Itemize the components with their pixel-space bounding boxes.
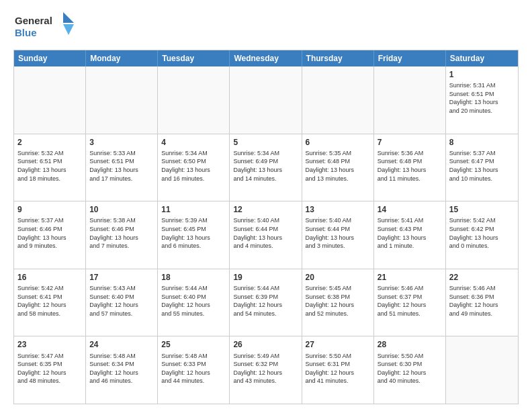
calendar-cell: 23Sunrise: 5:47 AM Sunset: 6:35 PM Dayli… <box>14 336 86 404</box>
day-info: Sunrise: 5:37 AM Sunset: 6:46 PM Dayligh… <box>17 216 82 250</box>
day-number: 1 <box>449 69 515 80</box>
calendar: SundayMondayTuesdayWednesdayThursdayFrid… <box>13 50 519 404</box>
calendar-cell: 9Sunrise: 5:37 AM Sunset: 6:46 PM Daylig… <box>14 201 86 269</box>
calendar-cell: 2Sunrise: 5:32 AM Sunset: 6:51 PM Daylig… <box>14 134 86 201</box>
calendar-cell: 17Sunrise: 5:43 AM Sunset: 6:40 PM Dayli… <box>86 269 158 336</box>
page: General Blue SundayMondayTuesdayWednesda… <box>0 0 532 411</box>
day-number: 26 <box>233 339 298 350</box>
day-info: Sunrise: 5:46 AM Sunset: 6:37 PM Dayligh… <box>378 284 442 318</box>
day-info: Sunrise: 5:41 AM Sunset: 6:43 PM Dayligh… <box>378 216 442 250</box>
day-info: Sunrise: 5:44 AM Sunset: 6:39 PM Dayligh… <box>233 284 298 318</box>
weekday-header-saturday: Saturday <box>446 50 518 66</box>
calendar-cell <box>14 66 86 134</box>
day-number: 21 <box>378 272 442 283</box>
day-number: 14 <box>378 204 442 215</box>
calendar-cell <box>302 66 374 134</box>
calendar-row-4: 23Sunrise: 5:47 AM Sunset: 6:35 PM Dayli… <box>14 336 518 404</box>
weekday-header-monday: Monday <box>86 50 158 66</box>
day-info: Sunrise: 5:46 AM Sunset: 6:36 PM Dayligh… <box>449 284 515 318</box>
day-info: Sunrise: 5:49 AM Sunset: 6:32 PM Dayligh… <box>233 352 298 385</box>
calendar-row-0: 1Sunrise: 5:31 AM Sunset: 6:51 PM Daylig… <box>14 66 518 134</box>
calendar-cell: 25Sunrise: 5:48 AM Sunset: 6:33 PM Dayli… <box>158 336 230 404</box>
day-number: 18 <box>161 272 226 283</box>
calendar-cell: 4Sunrise: 5:34 AM Sunset: 6:50 PM Daylig… <box>158 134 230 201</box>
calendar-cell: 6Sunrise: 5:35 AM Sunset: 6:48 PM Daylig… <box>302 134 374 201</box>
svg-text:General: General <box>15 15 52 26</box>
calendar-cell: 22Sunrise: 5:46 AM Sunset: 6:36 PM Dayli… <box>446 269 518 336</box>
svg-marker-2 <box>63 12 74 23</box>
calendar-cell: 20Sunrise: 5:45 AM Sunset: 6:38 PM Dayli… <box>302 269 374 336</box>
calendar-cell: 18Sunrise: 5:44 AM Sunset: 6:40 PM Dayli… <box>158 269 230 336</box>
calendar-cell: 14Sunrise: 5:41 AM Sunset: 6:43 PM Dayli… <box>374 201 446 269</box>
day-number: 28 <box>378 339 442 350</box>
svg-text:Blue: Blue <box>15 27 37 38</box>
calendar-cell: 28Sunrise: 5:50 AM Sunset: 6:30 PM Dayli… <box>374 336 446 404</box>
day-info: Sunrise: 5:42 AM Sunset: 6:42 PM Dayligh… <box>449 216 515 250</box>
svg-marker-3 <box>63 24 74 35</box>
day-info: Sunrise: 5:48 AM Sunset: 6:33 PM Dayligh… <box>161 352 226 385</box>
weekday-header-tuesday: Tuesday <box>158 50 230 66</box>
day-info: Sunrise: 5:33 AM Sunset: 6:51 PM Dayligh… <box>89 149 154 183</box>
calendar-cell: 8Sunrise: 5:37 AM Sunset: 6:47 PM Daylig… <box>446 134 518 201</box>
weekday-header-wednesday: Wednesday <box>230 50 302 66</box>
day-info: Sunrise: 5:43 AM Sunset: 6:40 PM Dayligh… <box>89 284 154 318</box>
day-info: Sunrise: 5:38 AM Sunset: 6:46 PM Dayligh… <box>89 216 154 250</box>
day-number: 5 <box>233 137 298 148</box>
calendar-cell: 11Sunrise: 5:39 AM Sunset: 6:45 PM Dayli… <box>158 201 230 269</box>
day-info: Sunrise: 5:45 AM Sunset: 6:38 PM Dayligh… <box>306 284 370 318</box>
logo-icon: General Blue <box>13 11 81 40</box>
calendar-header: SundayMondayTuesdayWednesdayThursdayFrid… <box>14 50 518 66</box>
day-number: 8 <box>449 137 515 148</box>
day-info: Sunrise: 5:50 AM Sunset: 6:30 PM Dayligh… <box>378 352 442 385</box>
calendar-row-2: 9Sunrise: 5:37 AM Sunset: 6:46 PM Daylig… <box>14 201 518 269</box>
day-number: 23 <box>17 339 82 350</box>
calendar-cell: 3Sunrise: 5:33 AM Sunset: 6:51 PM Daylig… <box>86 134 158 201</box>
calendar-body: 1Sunrise: 5:31 AM Sunset: 6:51 PM Daylig… <box>14 66 518 404</box>
day-number: 11 <box>161 204 226 215</box>
header: General Blue <box>13 11 519 43</box>
calendar-cell: 21Sunrise: 5:46 AM Sunset: 6:37 PM Dayli… <box>374 269 446 336</box>
day-number: 24 <box>89 339 154 350</box>
day-info: Sunrise: 5:50 AM Sunset: 6:31 PM Dayligh… <box>306 352 370 385</box>
day-number: 12 <box>233 204 298 215</box>
day-info: Sunrise: 5:37 AM Sunset: 6:47 PM Dayligh… <box>449 149 515 183</box>
calendar-cell: 7Sunrise: 5:36 AM Sunset: 6:48 PM Daylig… <box>374 134 446 201</box>
day-number: 15 <box>449 204 515 215</box>
day-info: Sunrise: 5:39 AM Sunset: 6:45 PM Dayligh… <box>161 216 226 250</box>
calendar-cell: 12Sunrise: 5:40 AM Sunset: 6:44 PM Dayli… <box>230 201 302 269</box>
day-number: 6 <box>306 137 370 148</box>
calendar-cell <box>374 66 446 134</box>
day-info: Sunrise: 5:42 AM Sunset: 6:41 PM Dayligh… <box>17 284 82 318</box>
day-number: 2 <box>17 137 82 148</box>
day-info: Sunrise: 5:34 AM Sunset: 6:49 PM Dayligh… <box>233 149 298 183</box>
calendar-cell: 27Sunrise: 5:50 AM Sunset: 6:31 PM Dayli… <box>302 336 374 404</box>
calendar-cell: 13Sunrise: 5:40 AM Sunset: 6:44 PM Dayli… <box>302 201 374 269</box>
weekday-header-sunday: Sunday <box>14 50 86 66</box>
day-number: 3 <box>89 137 154 148</box>
logo: General Blue <box>13 11 81 43</box>
day-number: 9 <box>17 204 82 215</box>
day-info: Sunrise: 5:34 AM Sunset: 6:50 PM Dayligh… <box>161 149 226 183</box>
calendar-cell: 24Sunrise: 5:48 AM Sunset: 6:34 PM Dayli… <box>86 336 158 404</box>
day-info: Sunrise: 5:47 AM Sunset: 6:35 PM Dayligh… <box>17 352 82 385</box>
day-info: Sunrise: 5:40 AM Sunset: 6:44 PM Dayligh… <box>306 216 370 250</box>
day-info: Sunrise: 5:40 AM Sunset: 6:44 PM Dayligh… <box>233 216 298 250</box>
day-info: Sunrise: 5:31 AM Sunset: 6:51 PM Dayligh… <box>449 81 515 115</box>
day-number: 13 <box>306 204 370 215</box>
weekday-header-friday: Friday <box>374 50 446 66</box>
day-number: 19 <box>233 272 298 283</box>
day-number: 22 <box>449 272 515 283</box>
day-info: Sunrise: 5:48 AM Sunset: 6:34 PM Dayligh… <box>89 352 154 385</box>
day-number: 10 <box>89 204 154 215</box>
day-number: 16 <box>17 272 82 283</box>
weekday-header-thursday: Thursday <box>302 50 374 66</box>
calendar-cell <box>446 336 518 404</box>
calendar-cell: 10Sunrise: 5:38 AM Sunset: 6:46 PM Dayli… <box>86 201 158 269</box>
calendar-cell: 19Sunrise: 5:44 AM Sunset: 6:39 PM Dayli… <box>230 269 302 336</box>
day-number: 20 <box>306 272 370 283</box>
calendar-cell <box>158 66 230 134</box>
calendar-cell: 15Sunrise: 5:42 AM Sunset: 6:42 PM Dayli… <box>446 201 518 269</box>
day-number: 17 <box>89 272 154 283</box>
day-info: Sunrise: 5:36 AM Sunset: 6:48 PM Dayligh… <box>378 149 442 183</box>
day-info: Sunrise: 5:44 AM Sunset: 6:40 PM Dayligh… <box>161 284 226 318</box>
